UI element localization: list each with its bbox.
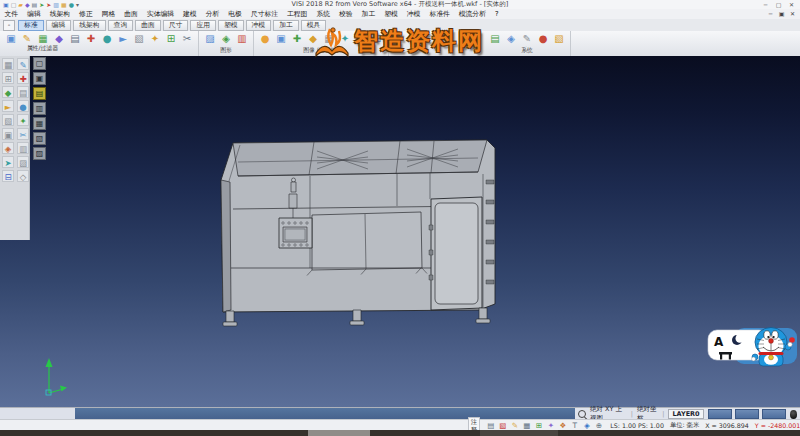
extend-icon[interactable]: ► (116, 32, 130, 46)
zoom-icon[interactable]: ▣ (274, 32, 288, 46)
menu-item-尺寸标注[interactable]: 尺寸标注 (246, 9, 282, 19)
menu-item-校验[interactable]: 校验 (335, 9, 358, 19)
menu-item-网格[interactable]: 网格 (97, 9, 120, 19)
menu-item-电极[interactable]: 电极 (224, 9, 247, 19)
view-top-button[interactable]: ▤ (33, 87, 46, 100)
pan-icon[interactable]: ✚ (290, 32, 304, 46)
grid-icon[interactable]: ● (536, 32, 550, 46)
sketch-icon[interactable]: ▦ (2, 58, 14, 70)
grid-toggle-icon[interactable]: ▦ (521, 421, 532, 430)
render-icon[interactable]: ▥ (235, 32, 249, 46)
layer-state-icon[interactable]: ▤ (485, 421, 496, 430)
3d-model[interactable] (221, 140, 495, 326)
menu-item-建模[interactable]: 建模 (179, 9, 202, 19)
array-icon[interactable]: ⊞ (164, 32, 178, 46)
menu-item-工程图[interactable]: 工程图 (283, 9, 312, 19)
tab-线架构[interactable]: 线架构 (73, 20, 105, 31)
view-bottom-button[interactable]: ▨ (33, 147, 46, 160)
rotate-view-icon[interactable]: ◆ (306, 32, 320, 46)
dynamic-input-icon[interactable]: ❖ (557, 421, 568, 430)
tab-冲模[interactable]: 冲模 (246, 20, 272, 31)
view-front-button[interactable]: ▣ (33, 72, 46, 85)
menu-item-编辑[interactable]: 编辑 (23, 9, 46, 19)
menu-item-分析[interactable]: 分析 (201, 9, 224, 19)
annotation-icon[interactable]: T (569, 421, 580, 430)
menu-item-加工[interactable]: 加工 (357, 9, 380, 19)
menu-item-线架构[interactable]: 线架构 (45, 9, 74, 19)
surface-icon[interactable]: ⊞ (2, 72, 14, 84)
maximize-button[interactable]: ▢ (772, 0, 785, 9)
mdi-minimize-button[interactable]: ─ (765, 9, 776, 19)
shading-icon[interactable]: ▨ (203, 32, 217, 46)
curve-icon[interactable]: ✂ (17, 128, 29, 140)
fillet-icon[interactable]: ▤ (17, 86, 29, 98)
tab-编辑[interactable]: 编辑 (46, 20, 72, 31)
collapse-toolbar-button[interactable]: - (3, 20, 15, 31)
solid-icon[interactable]: ✚ (17, 72, 29, 84)
chamfer-icon[interactable]: ► (2, 100, 14, 112)
extrude-icon[interactable]: ➤ (2, 156, 14, 168)
wireframe-icon[interactable]: ◈ (219, 32, 233, 46)
select-icon[interactable]: ▣ (4, 32, 18, 46)
point-icon[interactable]: ✚ (84, 32, 98, 46)
loft-icon[interactable]: ▨ (17, 156, 29, 168)
view-iso-button[interactable]: ▢ (33, 57, 46, 70)
boolean-icon[interactable]: ◆ (2, 86, 14, 98)
tab-应用[interactable]: 应用 (190, 20, 216, 31)
magnifier-icon[interactable] (578, 410, 586, 418)
status-button-1[interactable] (708, 409, 732, 419)
tab-标准[interactable]: 标准 (18, 20, 44, 31)
ortho-toggle-icon[interactable]: ✎ (509, 421, 520, 430)
status-button-3[interactable] (762, 409, 786, 419)
tab-模具[interactable]: 模具 (301, 20, 327, 31)
tab-查询[interactable]: 查询 (108, 20, 134, 31)
dimension-icon[interactable]: ✎ (17, 58, 29, 70)
menu-item-实体编辑[interactable]: 实体编辑 (142, 9, 178, 19)
offset-icon[interactable]: ▧ (132, 32, 146, 46)
snap-toggle-icon[interactable]: ▧ (497, 421, 508, 430)
sweep-icon[interactable]: ◈ (2, 142, 14, 154)
pattern-icon[interactable]: ▧ (2, 114, 14, 126)
revolve-icon[interactable]: ▥ (17, 142, 29, 154)
menu-item-标准件[interactable]: 标准件 (425, 9, 454, 19)
section-icon[interactable]: ▣ (2, 128, 14, 140)
snap-icon[interactable]: ✎ (520, 32, 534, 46)
selection-filter-icon[interactable]: ✦ (545, 421, 556, 430)
named-view-icon[interactable]: ► (354, 32, 368, 46)
menu-item-修正[interactable]: 修正 (75, 9, 98, 19)
menu-item-模流分析[interactable]: 模流分析 (454, 9, 490, 19)
properties-filter-tab[interactable]: 属性/过滤器 (27, 44, 58, 53)
wcs-icon[interactable]: ⊞ (533, 421, 544, 430)
status-button-2[interactable] (735, 409, 759, 419)
close-button[interactable]: ✕ (785, 0, 798, 9)
viewport[interactable]: A (0, 56, 800, 407)
trim-icon[interactable]: ● (100, 32, 114, 46)
layers-icon[interactable]: ◈ (504, 32, 518, 46)
view-left-button[interactable]: ▥ (33, 102, 46, 115)
minimize-button[interactable]: ─ (759, 0, 772, 9)
split-icon[interactable]: ⊟ (2, 170, 14, 182)
tracking-icon[interactable]: ◈ (581, 421, 592, 430)
view-palette-icon[interactable]: ● (258, 32, 272, 46)
menu-item-塑模[interactable]: 塑模 (380, 9, 403, 19)
join-icon[interactable]: ◇ (17, 170, 29, 182)
menu-item-系统[interactable]: 系统 (312, 9, 335, 19)
tab-尺寸[interactable]: 尺寸 (163, 20, 189, 31)
shell-icon[interactable]: ● (17, 100, 29, 112)
view-right-button[interactable]: ▦ (33, 117, 46, 130)
view-back-button[interactable]: ▧ (33, 132, 46, 145)
trackball-icon[interactable] (790, 410, 797, 419)
workplane-icon[interactable]: ⊕ (593, 421, 604, 430)
measure-icon[interactable]: ✦ (17, 114, 29, 126)
menu-item-冲模[interactable]: 冲模 (402, 9, 425, 19)
tab-曲面[interactable]: 曲面 (135, 20, 161, 31)
previous-view-icon[interactable]: ✦ (338, 32, 352, 46)
perspective-icon[interactable]: ⊞ (370, 32, 384, 46)
delete-icon[interactable]: ✂ (180, 32, 194, 46)
menu-item-文件[interactable]: 文件 (0, 9, 23, 19)
fit-view-icon[interactable]: ▦ (322, 32, 336, 46)
tab-塑模[interactable]: 塑模 (218, 20, 244, 31)
tab-加工[interactable]: 加工 (273, 20, 299, 31)
settings-icon[interactable]: ▤ (488, 32, 502, 46)
rectangle-icon[interactable]: ▤ (68, 32, 82, 46)
